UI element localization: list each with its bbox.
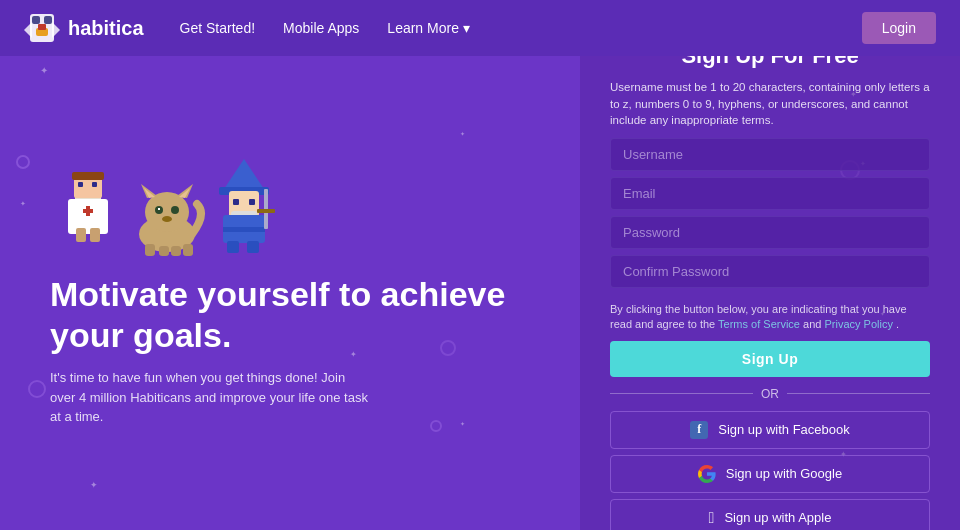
brand-name: habitica bbox=[68, 17, 144, 40]
svg-rect-11 bbox=[92, 182, 97, 187]
email-group bbox=[610, 177, 930, 210]
divider-line-left bbox=[610, 393, 753, 394]
nav-get-started[interactable]: Get Started! bbox=[168, 14, 267, 42]
divider-line-right bbox=[787, 393, 930, 394]
svg-rect-1 bbox=[32, 16, 40, 24]
nav-links: Get Started! Mobile Apps Learn More ▾ bbox=[168, 14, 862, 42]
signup-button[interactable]: Sign Up bbox=[610, 341, 930, 377]
character-3 bbox=[209, 159, 279, 254]
svg-rect-25 bbox=[158, 208, 160, 210]
terms-text: By clicking the button below, you are in… bbox=[610, 302, 930, 333]
confirm-password-input[interactable] bbox=[610, 255, 930, 288]
logo[interactable]: habitica bbox=[24, 10, 144, 46]
google-icon bbox=[698, 465, 716, 483]
username-group bbox=[610, 138, 930, 171]
svg-rect-41 bbox=[227, 241, 239, 253]
or-text: OR bbox=[761, 387, 779, 401]
terms-after: . bbox=[896, 318, 899, 330]
svg-rect-34 bbox=[233, 199, 239, 205]
apple-signup-label: Sign up with Apple bbox=[724, 510, 831, 525]
nav-mobile-apps[interactable]: Mobile Apps bbox=[271, 14, 371, 42]
svg-rect-9 bbox=[72, 172, 104, 180]
hero-characters bbox=[50, 159, 540, 254]
svg-rect-2 bbox=[44, 16, 52, 24]
navbar: habitica Get Started! Mobile Apps Learn … bbox=[0, 0, 960, 56]
svg-rect-14 bbox=[86, 206, 90, 216]
svg-marker-6 bbox=[52, 22, 60, 38]
character-2 bbox=[127, 184, 207, 259]
svg-rect-29 bbox=[171, 246, 181, 256]
google-signup-button[interactable]: Sign up with Google bbox=[610, 455, 930, 493]
svg-rect-27 bbox=[145, 244, 155, 256]
nav-learn-more-label: Learn More bbox=[387, 20, 459, 36]
svg-point-18 bbox=[145, 192, 189, 232]
character-1 bbox=[50, 164, 125, 254]
apple-signup-button[interactable]:  Sign up with Apple bbox=[610, 499, 930, 530]
password-group bbox=[610, 216, 930, 249]
svg-rect-28 bbox=[159, 246, 169, 256]
signup-panel: Sign Up For Free Username must be 1 to 2… bbox=[580, 56, 960, 530]
chevron-down-icon: ▾ bbox=[463, 20, 470, 36]
svg-rect-38 bbox=[223, 227, 265, 232]
left-panel: Motivate yourself to achieve your goals.… bbox=[0, 56, 580, 530]
confirm-password-group bbox=[610, 255, 930, 288]
svg-marker-31 bbox=[224, 159, 264, 189]
privacy-link[interactable]: Privacy Policy bbox=[824, 318, 892, 330]
svg-rect-30 bbox=[183, 244, 193, 256]
main-content: Motivate yourself to achieve your goals.… bbox=[0, 56, 960, 530]
password-input[interactable] bbox=[610, 216, 930, 249]
svg-point-26 bbox=[162, 216, 172, 222]
google-signup-label: Sign up with Google bbox=[726, 466, 842, 481]
svg-rect-16 bbox=[90, 228, 100, 242]
svg-marker-5 bbox=[24, 22, 32, 38]
svg-rect-15 bbox=[76, 228, 86, 242]
email-input[interactable] bbox=[610, 177, 930, 210]
nav-learn-more[interactable]: Learn More ▾ bbox=[375, 14, 482, 42]
svg-rect-12 bbox=[68, 199, 108, 234]
terms-and: and bbox=[803, 318, 824, 330]
svg-rect-4 bbox=[38, 24, 46, 30]
logo-icon bbox=[24, 10, 60, 46]
facebook-signup-label: Sign up with Facebook bbox=[718, 422, 850, 437]
svg-rect-35 bbox=[249, 199, 255, 205]
login-button[interactable]: Login bbox=[862, 12, 936, 44]
svg-rect-10 bbox=[78, 182, 83, 187]
facebook-signup-button[interactable]: f Sign up with Facebook bbox=[610, 411, 930, 449]
facebook-icon: f bbox=[690, 421, 708, 439]
signup-description: Username must be 1 to 20 characters, con… bbox=[610, 79, 930, 127]
terms-link[interactable]: Terms of Service bbox=[718, 318, 800, 330]
username-input[interactable] bbox=[610, 138, 930, 171]
svg-rect-42 bbox=[247, 241, 259, 253]
hero-subtitle: It's time to have fun when you get thing… bbox=[50, 368, 370, 427]
svg-point-24 bbox=[171, 206, 179, 214]
hero-title: Motivate yourself to achieve your goals. bbox=[50, 274, 540, 356]
or-divider: OR bbox=[610, 387, 930, 401]
svg-rect-40 bbox=[257, 209, 275, 213]
apple-icon:  bbox=[709, 509, 715, 527]
